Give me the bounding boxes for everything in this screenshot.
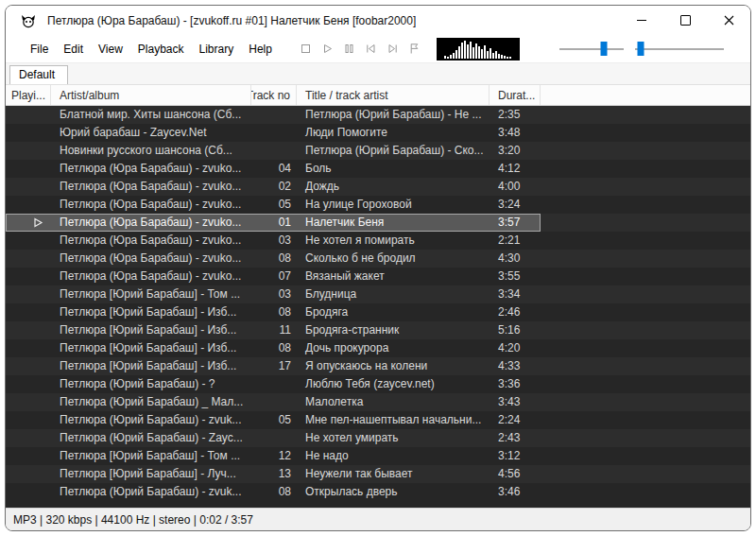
title-cell: Дождь	[297, 178, 490, 196]
duration-cell: 3:48	[490, 124, 541, 142]
column-header-title[interactable]: Title / track artist	[297, 85, 490, 105]
seek-slider-track[interactable]	[635, 48, 724, 50]
duration-cell: 4:30	[490, 250, 541, 268]
volume-slider[interactable]	[559, 40, 624, 58]
duration-cell: 4:00	[490, 178, 541, 196]
playlist-row[interactable]: Юрий барабаш - Zaycev.NetЛюди Помогите3:…	[6, 124, 750, 142]
stop-button[interactable]	[295, 39, 317, 59]
playlist-row[interactable]: Петлюра [Юрий Барабаш] - Луч...13Неужели…	[6, 465, 750, 483]
artist-album-cell: Новинки русского шансона (Сб...	[51, 142, 251, 160]
minimize-icon	[637, 20, 646, 21]
next-track-button[interactable]	[382, 39, 404, 59]
menu-view[interactable]: View	[91, 38, 130, 61]
playlist-row[interactable]: Петлюра (Юра Барабаш) - zvuko...03Не хот…	[6, 232, 750, 250]
track-no-cell: 02	[251, 178, 297, 196]
track-no-cell: 08	[251, 483, 297, 501]
duration-cell: 3:24	[490, 196, 541, 214]
status-text: MP3 | 320 kbps | 44100 Hz | stereo | 0:0…	[13, 513, 253, 527]
playlist-row[interactable]: Блатной мир. Хиты шансона (Сб...Петлюра …	[6, 106, 750, 124]
column-header-playing[interactable]: Playi...	[6, 85, 51, 105]
playlist-row[interactable]: Петлюра [Юрий Барабаш] - Изб...17Я опуск…	[6, 357, 750, 375]
close-button[interactable]	[707, 6, 750, 35]
playlist-row[interactable]: Петлюра (Юрий Барабаш) - zvuk...08Открыл…	[6, 483, 750, 501]
artist-album-cell: Юрий барабаш - Zaycev.Net	[51, 124, 251, 142]
random-button[interactable]	[404, 39, 425, 59]
menu-file[interactable]: File	[23, 38, 56, 61]
title-cell: Боль	[297, 160, 490, 178]
playlist-row[interactable]: Петлюра (Юрий Барабаш) - ?Люблю Тебя (za…	[6, 375, 750, 393]
menu-edit[interactable]: Edit	[56, 38, 91, 61]
playlist-row[interactable]: Петлюра [Юрий Барабаш] - Изб...08Бродяга…	[6, 303, 750, 321]
volume-slider-track[interactable]	[559, 48, 624, 50]
title-cell: Мне пел-нашептывал начальни...	[297, 411, 490, 429]
menu-help[interactable]: Help	[241, 38, 280, 61]
duration-cell: 4:12	[490, 160, 541, 178]
playlist-row[interactable]: Петлюра (Юра Барабаш) - zvuko...02Дождь4…	[6, 178, 750, 196]
title-cell: Я опускаюсь на колени	[297, 357, 490, 375]
playlist-row[interactable]: Петлюра (Юрий Барабаш) - Zayc...Не хотел…	[6, 429, 750, 447]
column-header-artist-album[interactable]: Artist/album	[51, 85, 251, 105]
playlist-view[interactable]: Блатной мир. Хиты шансона (Сб...Петлюра …	[6, 106, 750, 508]
close-icon	[724, 15, 734, 26]
title-bar[interactable]: Петлюра (Юра Барабаш) - [zvukoff.ru #01]…	[6, 6, 750, 35]
artist-album-cell: Петлюра [Юрий Барабаш] - Том ...	[51, 447, 251, 465]
duration-cell: 3:43	[490, 393, 541, 411]
play-button[interactable]	[317, 39, 338, 59]
title-cell: Сколько б не бродил	[297, 250, 490, 268]
duration-cell: 4:33	[490, 357, 541, 375]
playlist-row[interactable]: Петлюра (Юрий Барабаш) - zvuk...05Мне пе…	[6, 411, 750, 429]
playlist-row[interactable]: Петлюра [Юрий Барабаш] - Том ...03Блудни…	[6, 285, 750, 303]
stop-icon	[299, 42, 313, 56]
title-cell: Не хотел я помирать	[297, 232, 490, 250]
desktop: Петлюра (Юра Барабаш) - [zvukoff.ru #01]…	[0, 0, 756, 536]
track-no-cell: 08	[251, 339, 297, 357]
duration-cell: 2:21	[490, 232, 541, 250]
title-cell: Люди Помогите	[297, 124, 490, 142]
playlist-row[interactable]: Петлюра [Юрий Барабаш] - Изб...11Бродяга…	[6, 321, 750, 339]
status-bar: MP3 | 320 kbps | 44100 Hz | stereo | 0:0…	[6, 508, 750, 530]
track-no-cell: 17	[251, 357, 297, 375]
playlist-row[interactable]: Петлюра (Юра Барабаш) - zvuko...08Скольк…	[6, 250, 750, 268]
pause-icon	[342, 42, 356, 56]
playlist-row[interactable]: Петлюра [Юрий Барабаш] - Изб...08Дочь пр…	[6, 339, 750, 357]
playlist-row[interactable]: Петлюра (Юра Барабаш) - zvuko...05На ули…	[6, 196, 750, 214]
menu-library[interactable]: Library	[192, 38, 242, 61]
artist-album-cell: Петлюра (Юра Барабаш) - zvuko...	[51, 160, 251, 178]
title-cell: Открылась дверь	[297, 483, 490, 501]
title-cell: Налетчик Беня	[297, 214, 490, 232]
track-no-cell: 11	[251, 321, 297, 339]
seek-slider[interactable]	[635, 40, 724, 58]
pause-button[interactable]	[338, 39, 360, 59]
title-cell: Петлюра (Юрий Барабаш) - Не ...	[297, 106, 490, 124]
playlist-row[interactable]: Петлюра (Юрий Барабаш) _ Мал...Малолетка…	[6, 393, 750, 411]
playlist-row[interactable]: Петлюра [Юрий Барабаш] - Том ...12Не над…	[6, 447, 750, 465]
seek-slider-thumb[interactable]	[638, 42, 644, 56]
spectrum-visualizer[interactable]	[437, 38, 520, 61]
duration-cell: 3:36	[490, 375, 541, 393]
playlist-row-playing[interactable]: Петлюра (Юра Барабаш) - zvuko...01Налетч…	[6, 214, 750, 232]
column-header-track-no[interactable]: Track no	[251, 85, 297, 105]
volume-slider-thumb[interactable]	[600, 42, 607, 56]
track-no-cell: 03	[251, 285, 297, 303]
title-cell: Не надо	[297, 447, 490, 465]
title-cell: Бродяга	[297, 303, 490, 321]
playlist-column-header: Playi... Artist/album Track no Title / t…	[6, 85, 750, 106]
artist-album-cell: Петлюра [Юрий Барабаш] - Луч...	[51, 465, 251, 483]
title-cell: Блудница	[297, 285, 490, 303]
playlist-row[interactable]: Петлюра (Юра Барабаш) - zvuko...07Вязаны…	[6, 268, 750, 285]
playing-indicator-icon	[11, 217, 51, 228]
duration-cell: 2:46	[490, 303, 541, 321]
artist-album-cell: Петлюра [Юрий Барабаш] - Изб...	[51, 321, 251, 339]
maximize-button[interactable]	[663, 6, 707, 35]
artist-album-cell: Петлюра (Юрий Барабаш) - zvuk...	[51, 483, 251, 501]
minimize-button[interactable]	[620, 6, 663, 35]
playlist-row[interactable]: Петлюра (Юра Барабаш) - zvuko...04Боль4:…	[6, 160, 750, 178]
playlist-row[interactable]: Новинки русского шансона (Сб...Петлюра (…	[6, 142, 750, 160]
title-cell: Петлюра (Юрий Барабаш) - Ско...	[297, 142, 490, 160]
previous-track-button[interactable]	[360, 39, 382, 59]
menu-playback[interactable]: Playback	[130, 38, 192, 61]
column-header-duration[interactable]: Durat...	[490, 85, 541, 105]
tab-default[interactable]: Default	[9, 65, 68, 84]
artist-album-cell: Петлюра (Юра Барабаш) - zvuko...	[51, 268, 251, 285]
artist-album-cell: Петлюра (Юрий Барабаш) - ?	[51, 375, 251, 393]
